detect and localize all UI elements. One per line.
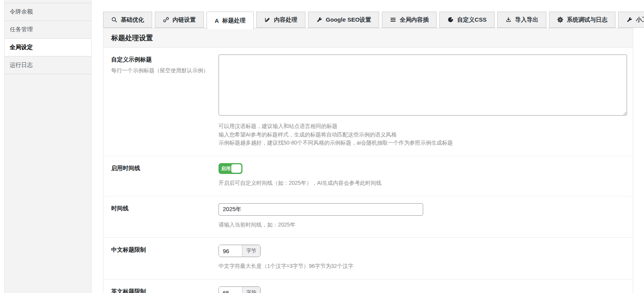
chinese-limit-input[interactable] (219, 245, 242, 257)
rows-icon (390, 17, 396, 23)
link-icon (163, 17, 169, 23)
tab-title-processing[interactable]: A 标题处理 (207, 12, 254, 29)
tab-basic-optimization[interactable]: 基础优化 (103, 12, 152, 28)
field-label: 时间线 (111, 205, 219, 212)
field-label: 英文标题限制 (111, 288, 219, 293)
help-text: 示例标题越多越好，建议找50-80个不同风格的示例标题，ai会随机抽取一个作为参… (219, 139, 627, 147)
chinese-limit-input-group: 字节 (219, 245, 261, 257)
enable-timeline-toggle[interactable]: 启用 (219, 163, 242, 174)
tab-internal-links[interactable]: 内链设置 (155, 12, 204, 28)
toggle-label: 启用 (221, 165, 230, 172)
field-row-timeline: 时间线 请输入当前时间线，如：2025年 (103, 196, 633, 238)
field-label: 启用时间线 (111, 165, 219, 172)
art-icon (447, 17, 454, 23)
edit-icon (264, 17, 271, 23)
help-text: 请输入当前时间线，如：2025年 (219, 221, 627, 229)
toggle-knob (231, 164, 241, 173)
unit-addon: 字节 (242, 245, 260, 257)
unit-addon: 字符 (242, 287, 260, 293)
tab-custom-css[interactable]: 自定义CSS (439, 12, 495, 28)
search-icon (111, 17, 117, 23)
page-title: 标题处理设置 (111, 33, 153, 43)
help-text: 开启后可自定义时间线（如：2025年），AI生成内容会参考此时间线 (219, 179, 627, 187)
title-processing-panel: 标题处理设置 自定义示例标题 每行一个示例标题（留空使用默认示例） 可以用汉语标… (103, 28, 633, 293)
tab-small-tools[interactable]: 小工具 (618, 12, 644, 28)
field-label: 自定义示例标题 (111, 56, 219, 63)
field-row-enable-timeline: 启用时间线 启用 开启后可自定义时间线（如：2025年），AI生成内容会参考此时… (103, 156, 633, 196)
wrench-icon (316, 17, 322, 23)
tab-system-debug-log[interactable]: 系统调试与日志 (549, 12, 615, 28)
letter-a-icon: A (215, 17, 219, 24)
panel-header: 标题处理设置 (103, 28, 633, 48)
sidebar: 令牌余额 任务管理 全局设定 运行日志 (4, 0, 92, 293)
field-row-example-titles: 自定义示例标题 每行一个示例标题（留空使用默认示例） 可以用汉语标题，建议输入和… (103, 48, 633, 156)
sidebar-item-partial[interactable] (5, 0, 91, 3)
field-label: 中文标题限制 (111, 246, 219, 254)
sidebar-item-run-log[interactable]: 运行日志 (5, 56, 91, 74)
field-row-chinese-title-limit: 中文标题限制 字节 中文字符最大长度（1个汉字=3字节）96字节为32个汉字 (103, 238, 633, 279)
tab-content-processing[interactable]: 内容处理 (256, 12, 305, 28)
english-limit-input-group: 字符 (219, 286, 261, 293)
timeline-input[interactable] (219, 203, 423, 216)
help-text: 中文字符最大长度（1个汉字=3字节）96字节为32个汉字 (219, 262, 627, 271)
english-limit-input[interactable] (219, 287, 242, 293)
field-sublabel: 每行一个示例标题（留空使用默认示例） (111, 66, 219, 75)
sidebar-item-global-settings[interactable]: 全局设定 (5, 39, 91, 56)
wrench-icon (626, 17, 632, 23)
sidebar-item-token-balance[interactable]: 令牌余额 (5, 3, 91, 21)
tab-google-seo[interactable]: Google SEO设置 (308, 12, 380, 28)
gear-icon (557, 17, 563, 23)
sidebar-item-task-management[interactable]: 任务管理 (5, 21, 91, 39)
download-icon (505, 17, 512, 23)
main-content: 基础优化 内链设置 A 标题处理 内容处理 (103, 0, 633, 293)
tab-global-content-insert[interactable]: 全局内容插 (382, 12, 437, 28)
field-row-english-title-limit: 英文标题限制 字符 英文字符最大长度（1字母=1字符） (103, 279, 633, 293)
help-text: 输入您希望AI参考的标题样式，生成的标题将自动匹配这些示例的语义风格 (219, 131, 627, 139)
settings-tab-bar: 基础优化 内链设置 A 标题处理 内容处理 (103, 12, 633, 28)
help-text: 可以用汉语标题，建议输入和站点语言相同的标题 (219, 122, 627, 131)
example-titles-textarea[interactable] (219, 55, 627, 116)
tab-import-export[interactable]: 导入导出 (497, 12, 546, 28)
